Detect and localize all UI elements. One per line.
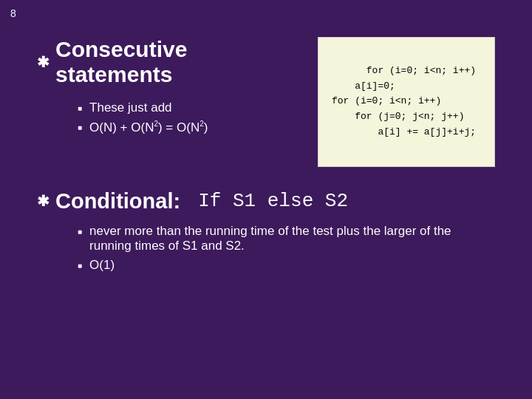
slide-content: ✱ Consecutive statements These just add …	[0, 15, 532, 317]
conditional-bullets: never more than the running time of the …	[78, 224, 495, 273]
conditional-title: ✱ Conditional: If S1 else S2	[37, 189, 495, 214]
consecutive-title-text: Consecutive statements	[55, 37, 303, 87]
consecutive-left: ✱ Consecutive statements These just add …	[37, 37, 303, 157]
conditional-label: Conditional:	[55, 189, 180, 214]
star-bullet-1: ✱	[37, 53, 50, 71]
slide-number: 8	[10, 7, 16, 19]
code-line-5: a[i] += a[j]+i+j;	[332, 126, 476, 137]
conditional-section: ✱ Conditional: If S1 else S2 never more …	[37, 189, 495, 273]
code-box: for (i=0; i<n; i++) a[i]=0; for (i=0; i<…	[318, 37, 495, 167]
code-line-2: a[i]=0;	[332, 81, 395, 92]
consecutive-section: ✱ Consecutive statements These just add …	[37, 37, 495, 167]
consecutive-title: ✱ Consecutive statements	[37, 37, 303, 87]
code-line-1: for (i=0; i<n; i++)	[366, 65, 476, 76]
consecutive-bullet-1: These just add	[78, 100, 303, 115]
code-line-4: for (j=0; j<n; j++)	[332, 111, 464, 122]
conditional-bullet-2: O(1)	[78, 258, 495, 273]
conditional-bullet-1: never more than the running time of the …	[78, 224, 495, 253]
consecutive-bullets: These just add O(N) + O(N2) = O(N2)	[78, 100, 303, 135]
consecutive-bullet-2: O(N) + O(N2) = O(N2)	[78, 120, 303, 135]
conditional-code-snippet: If S1 else S2	[198, 190, 348, 212]
star-bullet-2: ✱	[37, 192, 50, 210]
code-line-3: for (i=0; i<n; i++)	[332, 95, 441, 106]
